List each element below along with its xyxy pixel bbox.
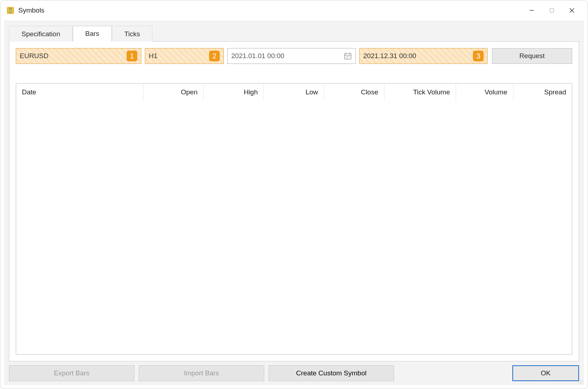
svg-text:$: $ <box>9 9 11 13</box>
symbol-field[interactable]: EURUSD 1 <box>16 48 141 64</box>
svg-point-11 <box>346 56 347 57</box>
window-controls <box>522 3 582 18</box>
filter-row: EURUSD 1 H1 2 2021.01.01 00:00 <box>16 48 572 64</box>
svg-point-21 <box>582 383 582 383</box>
date-to-value: 2021.12.31 00:00 <box>363 52 471 60</box>
app-icon: $ <box>6 6 15 15</box>
ok-button[interactable]: OK <box>512 365 579 381</box>
request-button[interactable]: Request <box>492 48 572 64</box>
svg-point-18 <box>582 381 582 382</box>
tab-specification[interactable]: Specification <box>9 26 73 42</box>
import-bars-button[interactable]: Import Bars <box>139 365 264 381</box>
svg-point-20 <box>580 383 581 383</box>
timeframe-field[interactable]: H1 2 <box>145 48 224 64</box>
footer-bar: Export Bars Import Bars Create Custom Sy… <box>4 361 584 385</box>
symbol-value: EURUSD <box>20 52 124 60</box>
badge-3: 3 <box>473 51 484 61</box>
col-low[interactable]: Low <box>264 84 324 101</box>
tab-ticks[interactable]: Ticks <box>112 26 153 42</box>
minimize-button[interactable] <box>522 3 542 18</box>
svg-point-15 <box>347 58 348 58</box>
col-spread[interactable]: Spread <box>513 84 572 101</box>
window-title: Symbols <box>18 6 522 14</box>
export-bars-button[interactable]: Export Bars <box>9 365 134 381</box>
svg-point-16 <box>582 380 582 380</box>
col-date[interactable]: Date <box>16 84 143 101</box>
svg-point-12 <box>347 56 348 57</box>
create-custom-symbol-button[interactable]: Create Custom Symbol <box>269 365 394 381</box>
tab-bars[interactable]: Bars <box>73 26 112 42</box>
titlebar: $ Symbols <box>0 0 588 20</box>
svg-point-17 <box>580 381 581 382</box>
col-close[interactable]: Close <box>324 84 384 101</box>
date-from-value: 2021.01.01 00:00 <box>231 52 284 60</box>
calendar-icon[interactable] <box>344 52 352 60</box>
svg-point-13 <box>349 56 350 57</box>
bars-panel: EURUSD 1 H1 2 2021.01.01 00:00 <box>9 41 579 361</box>
col-tick-volume[interactable]: Tick Volume <box>384 84 456 101</box>
table-header: Date Open High Low Close Tick Volume Vol… <box>16 84 572 101</box>
date-to-field[interactable]: 2021.12.31 00:00 3 <box>359 48 488 64</box>
timeframe-value: H1 <box>149 52 207 60</box>
tab-bar: Specification Bars Ticks <box>4 23 584 41</box>
maximize-button[interactable] <box>542 3 562 18</box>
col-volume[interactable]: Volume <box>456 84 513 101</box>
content-area: Specification Bars Ticks EURUSD 1 H1 2 2… <box>4 20 584 385</box>
date-from-field[interactable]: 2021.01.01 00:00 <box>227 48 356 64</box>
col-high[interactable]: High <box>204 84 264 101</box>
badge-2: 2 <box>209 51 220 61</box>
bars-table: Date Open High Low Close Tick Volume Vol… <box>16 83 572 355</box>
svg-point-19 <box>579 383 579 383</box>
close-button[interactable] <box>562 3 582 18</box>
col-open[interactable]: Open <box>143 84 204 101</box>
svg-point-14 <box>346 58 347 58</box>
resize-grip-icon[interactable] <box>577 378 583 384</box>
svg-rect-4 <box>550 9 554 12</box>
badge-1: 1 <box>127 51 137 61</box>
symbols-window: $ Symbols Specification Bars Ticks <box>0 0 588 389</box>
